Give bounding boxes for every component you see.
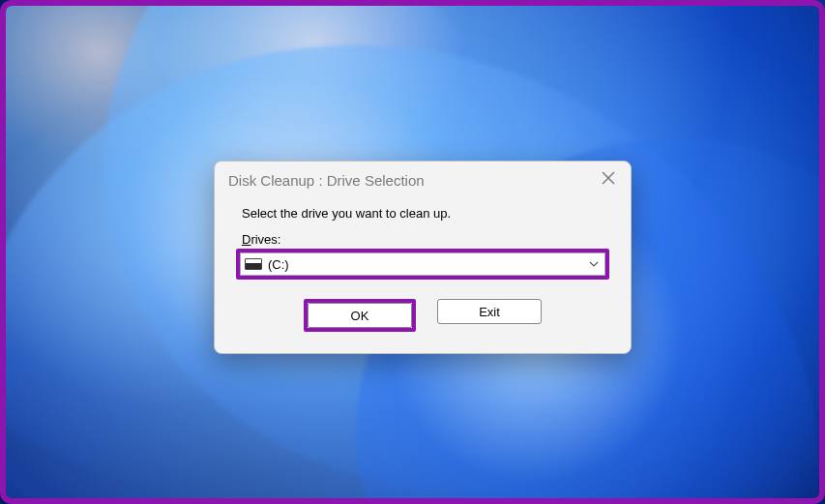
- close-button[interactable]: [600, 171, 617, 189]
- close-icon: [602, 171, 615, 189]
- drives-combobox[interactable]: (C:): [240, 252, 605, 276]
- drives-label: Drives:: [242, 232, 609, 247]
- drives-selected-value: (C:): [268, 257, 589, 272]
- ok-button[interactable]: OK: [308, 303, 412, 328]
- instruction-text: Select the drive you want to clean up.: [242, 206, 609, 221]
- chevron-down-icon: [589, 259, 599, 269]
- drives-combo-highlight: (C:): [236, 249, 609, 280]
- titlebar[interactable]: Disk Cleanup : Drive Selection: [215, 162, 631, 194]
- disk-cleanup-dialog: Disk Cleanup : Drive Selection Select th…: [214, 161, 632, 354]
- exit-button[interactable]: Exit: [437, 299, 542, 324]
- drive-icon: [245, 258, 262, 270]
- window-title: Disk Cleanup : Drive Selection: [228, 172, 425, 189]
- dialog-body: Select the drive you want to clean up. D…: [215, 194, 631, 353]
- ok-button-highlight: OK: [304, 299, 416, 332]
- dialog-buttons: OK Exit: [236, 295, 609, 338]
